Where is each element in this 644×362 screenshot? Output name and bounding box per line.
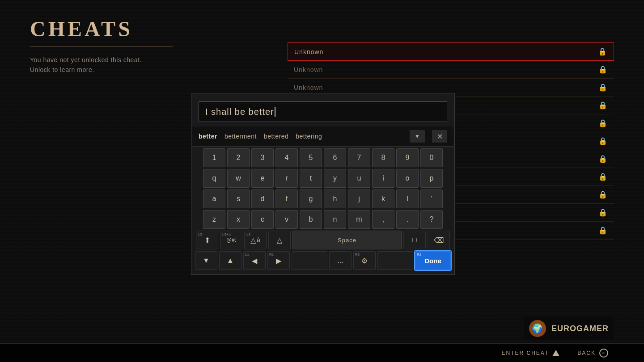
- key-v[interactable]: v: [275, 210, 298, 229]
- suggestion-close-button[interactable]: ✕: [432, 130, 447, 143]
- key-i[interactable]: i: [372, 169, 394, 188]
- left-button[interactable]: L1 ◀: [243, 251, 266, 270]
- key-a[interactable]: a: [203, 189, 225, 208]
- qwerty-row: q w e r t y u i o p: [196, 169, 450, 188]
- key-2[interactable]: 2: [227, 148, 250, 167]
- key-q[interactable]: q: [203, 169, 225, 188]
- key-6[interactable]: 6: [324, 148, 346, 167]
- key-e[interactable]: e: [251, 169, 274, 188]
- cheat-description: You have not yet unlocked this cheat. Un…: [30, 55, 254, 75]
- key-b[interactable]: b: [300, 210, 322, 229]
- key-comma[interactable]: ,: [372, 210, 394, 229]
- suggestion-2[interactable]: bettered: [264, 133, 288, 140]
- key-0[interactable]: 0: [420, 148, 443, 167]
- key-8[interactable]: 8: [372, 148, 394, 167]
- suggestion-expand-button[interactable]: ▼: [410, 130, 425, 143]
- number-row: 1 2 3 4 5 6 7 8 9 0: [196, 148, 450, 167]
- key-5[interactable]: 5: [300, 148, 322, 167]
- special-row-2: ▼ ▲ L1 ◀ R1 ▶ ... R3 ⚙ R2: [196, 251, 450, 270]
- key-3[interactable]: 3: [251, 148, 274, 167]
- suggestion-1[interactable]: betterment: [225, 133, 257, 140]
- key-s[interactable]: s: [227, 189, 250, 208]
- key-y[interactable]: y: [324, 169, 346, 188]
- lock-icon: 🔒: [598, 173, 608, 181]
- shift-icon: ⬆: [204, 236, 210, 244]
- lock-icon: 🔒: [598, 208, 608, 217]
- lock-icon: 🔒: [598, 119, 608, 127]
- key-7[interactable]: 7: [348, 148, 370, 167]
- space-button[interactable]: Space: [292, 231, 402, 249]
- key-p[interactable]: p: [420, 169, 443, 188]
- key-o[interactable]: o: [396, 169, 419, 188]
- r3-button[interactable]: R3 ⚙: [353, 251, 376, 270]
- key-r[interactable]: r: [275, 169, 298, 188]
- lock-icon: 🔒: [598, 65, 608, 74]
- zxcv-row: z x c v b n m , . ?: [196, 210, 450, 229]
- key-question[interactable]: ?: [420, 210, 443, 229]
- shift-button[interactable]: L2 ⬆: [196, 231, 218, 249]
- down-button[interactable]: ▼: [195, 251, 217, 270]
- left-arrow-icon: ◀: [252, 257, 257, 265]
- right-arrow-icon: ▶: [276, 257, 281, 265]
- accent-label: △: [250, 236, 256, 244]
- backspace-button[interactable]: ⌫: [428, 231, 450, 249]
- done-button[interactable]: R2 Done: [415, 251, 451, 270]
- bottom-left-divider: [30, 335, 173, 335]
- key-g[interactable]: g: [300, 189, 322, 208]
- key-m[interactable]: m: [348, 210, 370, 229]
- keyboard-rows: 1 2 3 4 5 6 7 8 9 0 q w e r t y u i o p …: [191, 147, 454, 274]
- circle-button-icon: ○: [599, 349, 608, 358]
- cheat-item-selected[interactable]: Unknown 🔒: [288, 42, 614, 61]
- key-x[interactable]: x: [227, 210, 250, 229]
- lock-icon: 🔒: [598, 83, 608, 92]
- text-cursor: [275, 107, 275, 117]
- key-4[interactable]: 4: [275, 148, 298, 167]
- key-apostrophe[interactable]: ': [420, 189, 443, 208]
- input-text: I shall be better: [205, 107, 274, 117]
- title-divider: [30, 46, 173, 47]
- key-u[interactable]: u: [348, 169, 370, 188]
- key-w[interactable]: w: [227, 169, 250, 188]
- empty-key: [292, 251, 327, 270]
- key-period[interactable]: .: [396, 210, 419, 229]
- symbols-button[interactable]: L2+△ @#:: [220, 231, 242, 249]
- watermark: 🌍 EUROGAMER: [524, 317, 614, 340]
- lock-icon: 🔒: [598, 137, 608, 145]
- key-j[interactable]: j: [348, 189, 370, 208]
- key-f[interactable]: f: [275, 189, 298, 208]
- key-d[interactable]: d: [251, 189, 274, 208]
- key-c[interactable]: c: [251, 210, 274, 229]
- key-1[interactable]: 1: [203, 148, 225, 167]
- more-button[interactable]: ...: [329, 251, 352, 270]
- text-input-area[interactable]: I shall be better: [199, 101, 447, 122]
- key-h[interactable]: h: [324, 189, 346, 208]
- key-9[interactable]: 9: [396, 148, 419, 167]
- triangle-left-button[interactable]: △: [268, 231, 291, 249]
- empty-key-2: [377, 251, 413, 270]
- enter-cheat-label: Enter Cheat: [502, 350, 549, 356]
- lock-icon: 🔒: [598, 155, 608, 163]
- cheat-item-1[interactable]: Unknown 🔒: [288, 61, 614, 79]
- lock-icon: 🔒: [598, 226, 608, 235]
- key-n[interactable]: n: [324, 210, 346, 229]
- right-button[interactable]: R1 ▶: [267, 251, 290, 270]
- asdf-row: a s d f g h j k l ': [196, 189, 450, 208]
- suggestion-3[interactable]: bettering: [296, 133, 322, 140]
- special-row-1: L2 ⬆ L2+△ @#: L3 △ à △ Space □ ⌫: [196, 231, 450, 249]
- key-k[interactable]: k: [372, 189, 394, 208]
- key-t[interactable]: t: [300, 169, 322, 188]
- lock-icon: 🔒: [598, 190, 608, 199]
- triangle-button-icon: [552, 350, 559, 356]
- key-l[interactable]: l: [396, 189, 419, 208]
- up-button[interactable]: ▲: [219, 251, 242, 270]
- accent-button[interactable]: L3 △ à: [244, 231, 267, 249]
- cheat-item-label: Unknown: [294, 48, 598, 55]
- done-label: Done: [424, 257, 441, 265]
- square-icon-key[interactable]: □: [403, 231, 426, 249]
- square-icon: □: [412, 236, 417, 244]
- down-arrow-icon: ▼: [203, 257, 210, 265]
- suggestion-0[interactable]: better: [199, 133, 217, 140]
- key-z[interactable]: z: [203, 210, 225, 229]
- r3-icon: ⚙: [361, 257, 368, 265]
- close-icon: ✕: [437, 132, 443, 141]
